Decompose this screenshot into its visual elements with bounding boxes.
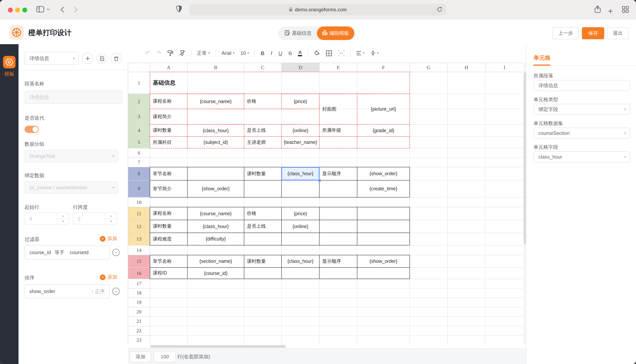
fill-color-icon[interactable] [314,50,320,56]
column-header-G[interactable]: G [409,63,448,72]
new-tab-icon[interactable]: + [608,6,613,16]
cell-dataset-select[interactable]: courseSection ▾ [534,128,630,138]
row-header-6[interactable]: 6 [128,148,150,158]
sidebar-toggle-icon[interactable] [36,6,44,12]
column-header-A[interactable]: A [150,63,187,72]
sort-remove-button[interactable]: − [112,288,119,295]
clear-format-icon[interactable] [179,50,185,56]
section-select[interactable]: 详情信息 ▾ [25,52,79,65]
stepper-down-icon[interactable]: ▼ [105,219,117,224]
corner-header[interactable] [128,63,150,72]
cell-C5[interactable]: 主讲老师 [244,136,282,148]
cell-B2[interactable]: {course_name} [187,94,244,109]
cell-A1[interactable]: 基础信息 [150,72,410,94]
cell-E12[interactable] [319,220,357,233]
cell-D13[interactable] [281,232,320,246]
cell-F8[interactable]: {show_order} [357,167,410,180]
nav-rail-item-template[interactable] [3,56,16,68]
row-header-21[interactable]: 21 [128,316,150,326]
italic-button[interactable]: I [271,50,272,56]
strikethrough-button[interactable]: S [288,50,292,56]
cell-B13[interactable]: {difficulty} [187,232,244,246]
sidebar-chevron-icon[interactable] [47,8,50,10]
reload-icon[interactable] [437,6,443,14]
back-button-icon[interactable] [61,6,64,13]
cell-F2[interactable]: {picture_url} [357,94,410,124]
cell-A4[interactable]: 课时数量 [150,124,187,137]
cell-F4[interactable]: {grade_id} [357,124,410,137]
sort-add-button[interactable]: + 添加 [100,274,117,280]
column-header-I[interactable]: I [485,63,523,72]
start-row-stepper[interactable]: 8 ▲▼ [25,212,69,225]
cell-D12[interactable]: {online} [281,220,320,233]
cell-A12[interactable]: 课时数量 [150,220,187,233]
cell-A5[interactable]: 所属科目 [150,136,187,148]
cell-A9[interactable]: 章节简介 [150,180,187,198]
cell-B5[interactable]: {subject_id} [187,136,244,148]
cell-E2[interactable]: 封面图 [319,94,357,124]
forward-button-icon[interactable] [74,6,78,13]
cell-D4[interactable]: {online} [281,124,320,137]
cell-C16[interactable] [244,267,282,279]
stepper-up-icon[interactable]: ▲ [58,213,69,219]
cell-D11[interactable]: {price} [281,207,320,220]
cell-A2[interactable]: 课程名称 [150,94,187,109]
row-header-3[interactable]: 3 [128,109,150,124]
column-header-E[interactable]: E [319,63,357,72]
cell-C15[interactable]: 课时数量 [244,255,282,268]
cell-F13[interactable] [357,232,410,246]
data-group-select[interactable]: OrangeTest ▾ [25,150,118,162]
horizontal-align-dropdown[interactable]: ▾ [356,51,365,55]
exit-button[interactable]: 退出 [607,27,629,39]
cell-B11[interactable]: {course_name} [187,207,244,220]
paint-format-icon[interactable] [167,50,173,56]
copy-section-button[interactable] [96,53,107,64]
row-header-2[interactable]: 2 [128,94,150,109]
horizontal-scrollbar-thumb[interactable] [150,345,286,348]
cell-A16[interactable]: 课程ID [150,267,187,279]
cell-B16[interactable]: {course_id} [187,267,244,279]
row-span-stepper[interactable]: 2 ▲▼ [73,212,117,225]
cell-E13[interactable] [319,232,357,246]
cell-E8[interactable]: 显示顺序 [319,167,357,180]
stepper-down-icon[interactable]: ▼ [58,219,69,224]
shield-icon[interactable] [176,5,182,12]
add-rows-count-input[interactable]: 100 [153,351,176,362]
cell-F5[interactable] [357,136,410,148]
cell-F15[interactable]: {show_order} [357,255,410,268]
cell-D5[interactable]: {teacher_name} [281,136,320,148]
merge-cells-icon[interactable] [338,50,345,56]
filter-remove-button[interactable]: − [112,249,119,256]
cell-C9[interactable] [244,180,282,198]
cell-B12[interactable]: {class_hour} [187,220,244,233]
sort-item-row[interactable]: show_order ↑ 正序 [25,284,110,298]
column-header-H[interactable]: H [447,63,486,72]
row-header-19[interactable]: 19 [128,298,150,307]
cell-field-select[interactable]: class_hour ▾ [534,152,630,162]
cell-A13[interactable]: 课程难度 [150,232,187,246]
cell-C4[interactable]: 是否上线 [244,124,282,137]
underline-button[interactable]: U [279,50,282,56]
column-header-D[interactable]: D [281,63,320,72]
zoom-button[interactable] [22,8,27,12]
cell-A15[interactable]: 章节名称 [150,255,187,268]
tab-basic-info[interactable]: 基础信息 [279,26,317,40]
cell-E5[interactable] [319,136,357,148]
row-header-1[interactable]: 1 [128,72,150,94]
row-header-14[interactable]: 14 [128,245,150,255]
cell-B9[interactable]: {show_order} [187,180,244,198]
row-header-13[interactable]: 13 [128,232,150,246]
prev-step-button[interactable]: 上一步 [552,27,579,39]
filter-item-row[interactable]: course_id 等于 courseId [25,246,110,260]
bind-data-select[interactable]: zz_course / courseSection ▾ [25,181,118,194]
tab-edit-template[interactable]: 编辑模板 [317,26,354,40]
vertical-scrollbar-thumb[interactable] [524,72,526,244]
iterate-toggle[interactable] [25,126,39,133]
cell-F16[interactable] [357,267,410,279]
format-dropdown[interactable]: 正常▾ [197,50,210,56]
cell-A3[interactable]: 课程简介 [150,109,187,124]
row-header-20[interactable]: 20 [128,307,150,317]
row-header-9[interactable]: 9 [128,180,150,198]
row-header-12[interactable]: 12 [128,220,150,233]
cell-D16[interactable] [281,267,320,279]
